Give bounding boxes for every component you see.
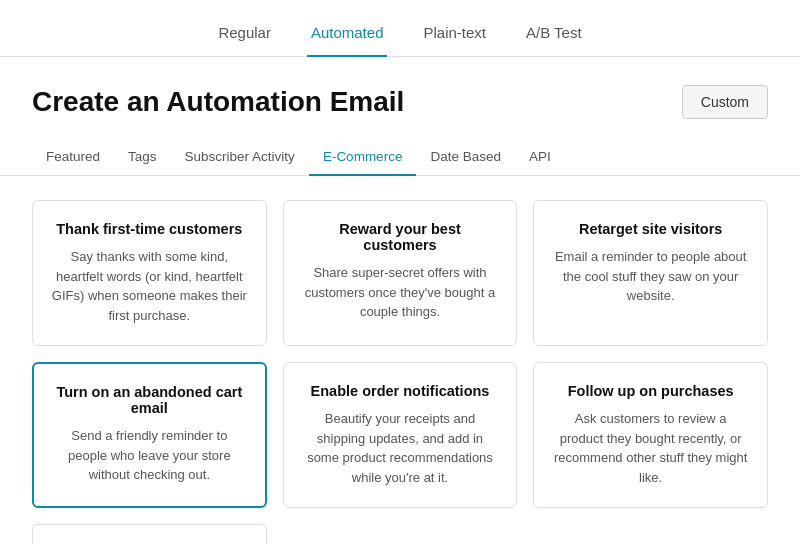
- category-tab-featured[interactable]: Featured: [32, 139, 114, 176]
- card-description: Ask customers to review a product they b…: [552, 409, 749, 487]
- card-card-7[interactable]: Win back lapsed customersReach out to cu…: [32, 524, 267, 544]
- card-title: Retarget site visitors: [552, 221, 749, 237]
- card-title: Reward your best customers: [302, 221, 499, 253]
- card-description: Send a friendly reminder to people who l…: [52, 426, 247, 485]
- category-tab-tags[interactable]: Tags: [114, 139, 171, 176]
- card-card-3[interactable]: Retarget site visitorsEmail a reminder t…: [533, 200, 768, 346]
- category-tab-api[interactable]: API: [515, 139, 565, 176]
- card-description: Say thanks with some kind, heartfelt wor…: [51, 247, 248, 325]
- card-card-4[interactable]: Turn on an abandoned cart emailSend a fr…: [32, 362, 267, 508]
- card-card-5[interactable]: Enable order notificationsBeautify your …: [283, 362, 518, 508]
- page-header: Create an Automation Email Custom: [0, 57, 800, 139]
- card-description: Beautify your receipts and shipping upda…: [302, 409, 499, 487]
- category-tab-date-based[interactable]: Date Based: [416, 139, 515, 176]
- card-card-2[interactable]: Reward your best customersShare super-se…: [283, 200, 518, 346]
- card-title: Enable order notifications: [302, 383, 499, 399]
- top-nav-item-regular[interactable]: Regular: [214, 16, 275, 57]
- card-description: Share super-secret offers with customers…: [302, 263, 499, 322]
- card-title: Turn on an abandoned cart email: [52, 384, 247, 416]
- category-tab-subscriber-activity[interactable]: Subscriber Activity: [171, 139, 309, 176]
- category-tabs: FeaturedTagsSubscriber ActivityE-Commerc…: [0, 139, 800, 176]
- page-title: Create an Automation Email: [32, 86, 404, 118]
- top-nav-item-plain-text[interactable]: Plain-text: [419, 16, 490, 57]
- custom-button[interactable]: Custom: [682, 85, 768, 119]
- top-nav: RegularAutomatedPlain-textA/B Test: [0, 0, 800, 57]
- card-card-6[interactable]: Follow up on purchasesAsk customers to r…: [533, 362, 768, 508]
- category-tab-e-commerce[interactable]: E-Commerce: [309, 139, 417, 176]
- card-card-1[interactable]: Thank first-time customersSay thanks wit…: [32, 200, 267, 346]
- card-title: Thank first-time customers: [51, 221, 248, 237]
- card-title: Follow up on purchases: [552, 383, 749, 399]
- top-nav-item-automated[interactable]: Automated: [307, 16, 388, 57]
- card-description: Email a reminder to people about the coo…: [552, 247, 749, 306]
- top-nav-item-ab-test[interactable]: A/B Test: [522, 16, 586, 57]
- cards-container: Thank first-time customersSay thanks wit…: [0, 176, 800, 544]
